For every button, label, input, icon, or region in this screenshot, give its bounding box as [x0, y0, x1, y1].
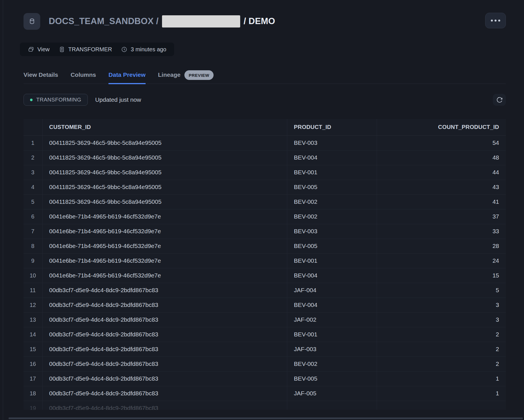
cell-product-id: JAF-005 [287, 386, 377, 401]
cell-product-id: BEV-003 [287, 135, 377, 150]
cell-count-product-id: 2 [377, 327, 506, 342]
status-badge: TRANSFORMING [24, 94, 88, 106]
layers-icon [28, 46, 34, 53]
row-number: 1 [24, 135, 42, 150]
database-icon [28, 17, 36, 25]
table-row: 400411825-3629-46c5-9bbc-5c8a94e95005BEV… [24, 180, 506, 194]
cell-customer-id: 00db3cf7-d5e9-4dc4-8dc9-2bdfd867bc83 [42, 401, 287, 410]
tab-data-preview[interactable]: Data Preview [108, 70, 146, 84]
redacted-schema-name [162, 15, 240, 27]
cell-product-id: BEV-002 [287, 209, 377, 224]
row-number: 8 [24, 239, 42, 253]
id-badge-icon [59, 46, 65, 53]
title-object-name: / DEMO [244, 16, 275, 26]
cell-product-id: JAF-003 [287, 342, 377, 357]
cell-customer-id: 00db3cf7-d5e9-4dc4-8dc9-2bdfd867bc83 [42, 357, 287, 371]
row-number: 7 [24, 224, 42, 239]
page-title: DOCS_TEAM_SANDBOX / / DEMO [49, 15, 275, 27]
cell-customer-id: 00db3cf7-d5e9-4dc4-8dc9-2bdfd867bc83 [42, 312, 287, 327]
tab-columns[interactable]: Columns [71, 70, 96, 84]
horizontal-scrollbar[interactable] [8, 417, 523, 419]
cell-product-id: BEV-005 [287, 239, 377, 253]
tab-label: View Details [24, 71, 58, 78]
row-number: 4 [24, 180, 42, 194]
age-badge: 3 minutes ago [121, 46, 166, 53]
row-number: 6 [24, 209, 42, 224]
cell-customer-id: 0041e6be-71b4-4965-b619-46cf532d9e7e [42, 209, 287, 224]
meta-badge-bar: View TRANSFORMER 3 minutes ago [20, 43, 174, 56]
tab-label: Lineage [158, 71, 180, 78]
cell-customer-id: 00db3cf7-d5e9-4dc4-8dc9-2bdfd867bc83 [42, 371, 287, 386]
table-row: 1300db3cf7-d5e9-4dc4-8dc9-2bdfd867bc83JA… [24, 312, 506, 327]
table-row: 100411825-3629-46c5-9bbc-5c8a94e95005BEV… [24, 135, 506, 150]
cell-customer-id: 0041e6be-71b4-4965-b619-46cf532d9e7e [42, 239, 287, 253]
cell-customer-id: 0041e6be-71b4-4965-b619-46cf532d9e7e [42, 253, 287, 268]
age-label: 3 minutes ago [131, 46, 166, 53]
row-number-header [24, 119, 42, 135]
table-row: 1700db3cf7-d5e9-4dc4-8dc9-2bdfd867bc83BE… [24, 371, 506, 386]
tab-lineage[interactable]: Lineage [158, 70, 180, 79]
table-row: 90041e6be-71b4-4965-b619-46cf532d9e7eBEV… [24, 253, 506, 268]
cell-count-product-id: 48 [377, 150, 506, 165]
column-header-customer-id: CUSTOMER_ID [42, 119, 287, 135]
ellipsis-icon [491, 20, 493, 22]
table-row: 80041e6be-71b4-4965-b619-46cf532d9e7eBEV… [24, 239, 506, 253]
table-row: 300411825-3629-46c5-9bbc-5c8a94e95005BEV… [24, 165, 506, 180]
row-number: 2 [24, 150, 42, 165]
clock-icon [121, 46, 127, 53]
table-row: 60041e6be-71b4-4965-b619-46cf532d9e7eBEV… [24, 209, 506, 224]
cell-count-product-id: 43 [377, 180, 506, 194]
cell-product-id: BEV-004 [287, 268, 377, 283]
table-row: 1100db3cf7-d5e9-4dc4-8dc9-2bdfd867bc83JA… [24, 283, 506, 298]
cell-customer-id: 00db3cf7-d5e9-4dc4-8dc9-2bdfd867bc83 [42, 327, 287, 342]
cell-customer-id: 00db3cf7-d5e9-4dc4-8dc9-2bdfd867bc83 [42, 386, 287, 401]
table-header-row: CUSTOMER_ID PRODUCT_ID COUNT_PRODUCT_ID [24, 119, 506, 135]
cell-count-product-id: 1 [377, 386, 506, 401]
cell-product-id: BEV-005 [287, 180, 377, 194]
column-header-count-product-id: COUNT_PRODUCT_ID [377, 119, 506, 135]
cell-product-id: BEV-001 [287, 165, 377, 180]
cell-product-id: BEV-003 [287, 224, 377, 239]
cell-product-id: BEV-001 [287, 253, 377, 268]
tab-view-details[interactable]: View Details [24, 70, 58, 84]
table-row-partial: 1900db3cf7-d5e9-4dc4-8dc9-2bdfd867bc83 [24, 401, 506, 410]
cell-product-id: BEV-002 [287, 357, 377, 371]
row-number: 19 [24, 401, 42, 410]
cell-customer-id: 00db3cf7-d5e9-4dc4-8dc9-2bdfd867bc83 [42, 298, 287, 312]
cell-count-product-id: 3 [377, 312, 506, 327]
tab-label: Columns [71, 71, 96, 78]
cell-count-product-id: 44 [377, 165, 506, 180]
row-number: 15 [24, 342, 42, 357]
row-number: 18 [24, 386, 42, 401]
table-row: 200411825-3629-46c5-9bbc-5c8a94e95005BEV… [24, 150, 506, 165]
refresh-button[interactable] [493, 94, 506, 106]
row-number: 13 [24, 312, 42, 327]
row-number: 12 [24, 298, 42, 312]
cell-customer-id: 00411825-3629-46c5-9bbc-5c8a94e95005 [42, 180, 287, 194]
data-preview-table: CUSTOMER_ID PRODUCT_ID COUNT_PRODUCT_ID … [24, 119, 506, 410]
row-number: 14 [24, 327, 42, 342]
cell-count-product-id: 54 [377, 135, 506, 150]
table-row: 500411825-3629-46c5-9bbc-5c8a94e95005BEV… [24, 194, 506, 209]
row-number: 5 [24, 194, 42, 209]
cell-product-id: BEV-001 [287, 327, 377, 342]
cell-customer-id: 0041e6be-71b4-4965-b619-46cf532d9e7e [42, 268, 287, 283]
cell-count-product-id [377, 401, 506, 410]
table-row: 70041e6be-71b4-4965-b619-46cf532d9e7eBEV… [24, 224, 506, 239]
cell-count-product-id: 2 [377, 342, 506, 357]
cell-customer-id: 00db3cf7-d5e9-4dc4-8dc9-2bdfd867bc83 [42, 342, 287, 357]
more-actions-button[interactable] [485, 13, 506, 28]
object-type-badge: View [28, 46, 50, 53]
column-header-product-id: PRODUCT_ID [287, 119, 377, 135]
tab-bar: View Details Columns Data Preview Lineag… [24, 70, 506, 84]
table-row: 1600db3cf7-d5e9-4dc4-8dc9-2bdfd867bc83BE… [24, 357, 506, 371]
cell-product-id: BEV-005 [287, 371, 377, 386]
status-dot-icon [30, 99, 33, 101]
status-row: TRANSFORMING Updated just now [24, 94, 506, 106]
status-label: TRANSFORMING [36, 97, 81, 103]
cell-product-id [287, 401, 377, 410]
cell-count-product-id: 2 [377, 357, 506, 371]
cell-count-product-id: 5 [377, 283, 506, 298]
row-number: 10 [24, 268, 42, 283]
tab-lineage-group: Lineage PREVIEW [158, 70, 214, 84]
